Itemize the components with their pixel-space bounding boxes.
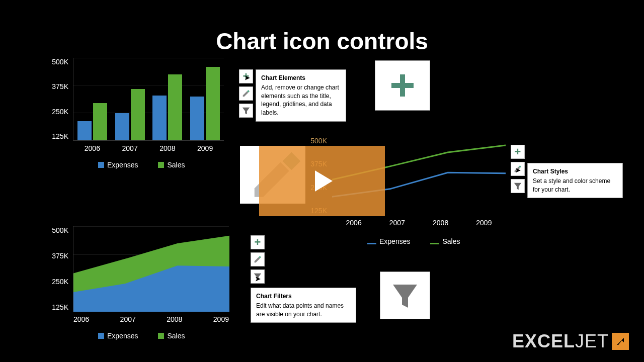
bar-legend: Expenses Sales: [98, 161, 185, 169]
tooltip-chart-elements: Chart Elements Add, remove or change cha…: [256, 69, 346, 122]
line-x-axis: 2006 2007 2008 2009: [332, 215, 506, 227]
tooltip-chart-filters: Chart Filters Edit what data points and …: [251, 288, 356, 323]
play-button[interactable]: [259, 146, 385, 216]
area-y-axis: 500K 375K 250K 125K: [52, 226, 73, 311]
plus-icon[interactable]: +: [251, 235, 265, 249]
logo-arrow-icon: [612, 333, 629, 350]
area-series: [73, 226, 229, 312]
funnel-icon[interactable]: [239, 104, 253, 118]
brush-icon[interactable]: ➤: [511, 162, 525, 176]
svg-marker-4: [315, 170, 333, 192]
bar-series: [73, 58, 224, 140]
brush-icon[interactable]: [239, 86, 253, 101]
plus-icon-large: [375, 60, 430, 111]
tooltip-chart-styles: Chart Styles Set a style and color schem…: [527, 163, 623, 198]
plus-icon[interactable]: +: [511, 145, 525, 159]
area-x-axis: 2006 2007 2008 2009: [73, 311, 229, 323]
bar-x-axis: 2006 2007 2008 2009: [73, 140, 224, 152]
plus-icon[interactable]: + ➤: [239, 69, 253, 83]
exceljet-logo: EXCELJET: [512, 331, 629, 352]
bar-y-axis: 500K 375K 250K 125K: [52, 58, 73, 140]
page-title: Chart icon controls: [0, 28, 644, 55]
icon-strip-elements: + ➤: [239, 69, 253, 118]
funnel-icon[interactable]: [511, 179, 525, 193]
icon-strip-filters: + ➤: [251, 235, 265, 284]
area-chart: 500K 375K 250K 125K 2006 2007 2008 2009 …: [73, 226, 229, 312]
line-legend: Expenses Sales: [367, 237, 460, 245]
funnel-icon-large: [380, 272, 430, 319]
brush-icon[interactable]: [251, 252, 265, 266]
funnel-icon[interactable]: ➤: [251, 269, 265, 284]
bar-chart: 500K 375K 250K 125K 2006 2007 2008 2009 …: [73, 58, 224, 141]
icon-strip-styles: + ➤: [511, 145, 525, 193]
area-legend: Expenses Sales: [98, 332, 185, 340]
